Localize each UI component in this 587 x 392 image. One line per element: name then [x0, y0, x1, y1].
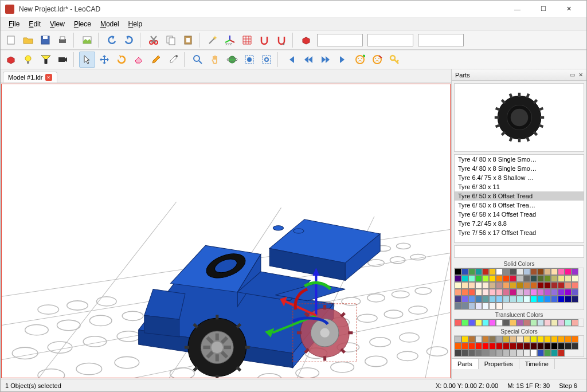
color-swatch[interactable]: [503, 282, 510, 289]
part-item[interactable]: Tyre 4/ 80 x 8 Single Smo…: [455, 164, 584, 173]
color-swatch[interactable]: [558, 275, 565, 282]
cut-button[interactable]: [146, 32, 162, 48]
color-swatch[interactable]: [523, 268, 530, 275]
panel-float-icon[interactable]: ▭: [570, 72, 575, 78]
color-swatch[interactable]: [551, 319, 558, 326]
color-swatch[interactable]: [489, 268, 496, 275]
color-swatch[interactable]: [558, 336, 565, 343]
color-swatch[interactable]: [455, 319, 461, 326]
color-swatch[interactable]: [503, 343, 510, 350]
color-swatch[interactable]: [551, 289, 558, 296]
snap-button[interactable]: [256, 32, 272, 48]
key-button[interactable]: [386, 52, 402, 68]
color-swatch[interactable]: [482, 350, 489, 356]
color-swatch[interactable]: [523, 275, 530, 282]
color-swatch[interactable]: [530, 343, 537, 350]
color-swatch[interactable]: [489, 282, 496, 289]
color-swatch[interactable]: [516, 336, 523, 343]
color-swatch[interactable]: [523, 336, 530, 343]
color-swatch[interactable]: [530, 275, 537, 282]
color-swatch[interactable]: [530, 319, 537, 326]
color-swatch[interactable]: [510, 296, 516, 303]
color-swatch[interactable]: [510, 350, 516, 356]
color-swatch[interactable]: [496, 268, 503, 275]
color-swatch[interactable]: [482, 296, 489, 303]
part-item[interactable]: Tyre 7.2/ 45 x 8.8: [455, 219, 584, 228]
tab-timeline[interactable]: Timeline: [519, 359, 555, 369]
move-button[interactable]: [96, 52, 112, 68]
part-item[interactable]: Tyre 7/ 56 x 17 Offset Tread: [455, 228, 584, 237]
close-button[interactable]: ✕: [556, 1, 582, 18]
color-swatch[interactable]: [468, 350, 475, 356]
color-swatch[interactable]: [544, 350, 551, 356]
color-swatch[interactable]: [551, 296, 558, 303]
color-swatch[interactable]: [544, 336, 551, 343]
color-swatch[interactable]: [565, 275, 572, 282]
color-swatch[interactable]: [551, 275, 558, 282]
color-swatch[interactable]: [461, 343, 468, 350]
color-swatch[interactable]: [510, 343, 516, 350]
tab-close-icon[interactable]: ×: [45, 74, 52, 81]
color-swatch[interactable]: [544, 275, 551, 282]
color-swatch[interactable]: [565, 336, 572, 343]
color-swatch[interactable]: [475, 343, 482, 350]
color-swatch[interactable]: [544, 343, 551, 350]
color-swatch[interactable]: [482, 268, 489, 275]
color-swatch[interactable]: [523, 289, 530, 296]
part-item[interactable]: Tyre 4/ 80 x 8 Single Smo…: [455, 155, 584, 164]
color-swatch[interactable]: [475, 282, 482, 289]
camera-button[interactable]: [54, 52, 71, 68]
color-swatch[interactable]: [489, 350, 496, 356]
color-swatch[interactable]: [551, 343, 558, 350]
color-swatch[interactable]: [565, 282, 572, 289]
color-swatch[interactable]: [461, 268, 468, 275]
color-swatch[interactable]: [468, 296, 475, 303]
color-swatch[interactable]: [461, 319, 468, 326]
color-swatch[interactable]: [537, 268, 544, 275]
color-swatch[interactable]: [475, 336, 482, 343]
print-button[interactable]: [54, 32, 71, 48]
new-button[interactable]: [3, 32, 19, 48]
color-swatch[interactable]: [551, 282, 558, 289]
color-swatch[interactable]: [468, 336, 475, 343]
color-swatch[interactable]: [482, 336, 489, 343]
color-swatch[interactable]: [468, 282, 475, 289]
color-swatch[interactable]: [503, 296, 510, 303]
color-swatch[interactable]: [455, 343, 461, 350]
color-swatch[interactable]: [558, 343, 565, 350]
part-list[interactable]: Tyre 4/ 80 x 8 Single Smo…Tyre 4/ 80 x 8…: [454, 154, 584, 243]
input-1[interactable]: [317, 34, 363, 46]
color-swatch[interactable]: [516, 282, 523, 289]
color-swatch[interactable]: [482, 289, 489, 296]
color-swatch[interactable]: [558, 350, 565, 356]
color-swatch[interactable]: [468, 303, 475, 309]
image-button[interactable]: [79, 32, 95, 48]
color-swatch[interactable]: [482, 282, 489, 289]
color-swatch[interactable]: [516, 268, 523, 275]
color-swatch[interactable]: [496, 336, 503, 343]
light-button[interactable]: [20, 52, 36, 68]
erase-button[interactable]: [131, 52, 147, 68]
menu-file[interactable]: File: [4, 19, 24, 29]
color-swatch[interactable]: [455, 282, 461, 289]
tab-properties[interactable]: Properties: [479, 359, 519, 369]
color-swatch[interactable]: [489, 319, 496, 326]
color-swatch[interactable]: [537, 275, 544, 282]
color-swatch[interactable]: [489, 275, 496, 282]
color-swatch[interactable]: [461, 350, 468, 356]
color-swatch[interactable]: [475, 296, 482, 303]
color-swatch[interactable]: [572, 289, 578, 296]
color-swatch[interactable]: [558, 296, 565, 303]
color-swatch[interactable]: [551, 268, 558, 275]
snap-angle-button[interactable]: [273, 32, 289, 48]
color-swatch[interactable]: [510, 282, 516, 289]
wand-button[interactable]: [205, 32, 221, 48]
color-swatch[interactable]: [496, 350, 503, 356]
color-swatch[interactable]: [516, 350, 523, 356]
redo-button[interactable]: [121, 32, 137, 48]
color-swatch[interactable]: [530, 282, 537, 289]
color-swatch[interactable]: [475, 319, 482, 326]
menu-model[interactable]: Model: [96, 19, 124, 29]
input-3[interactable]: [418, 34, 464, 46]
color-swatch[interactable]: [516, 289, 523, 296]
